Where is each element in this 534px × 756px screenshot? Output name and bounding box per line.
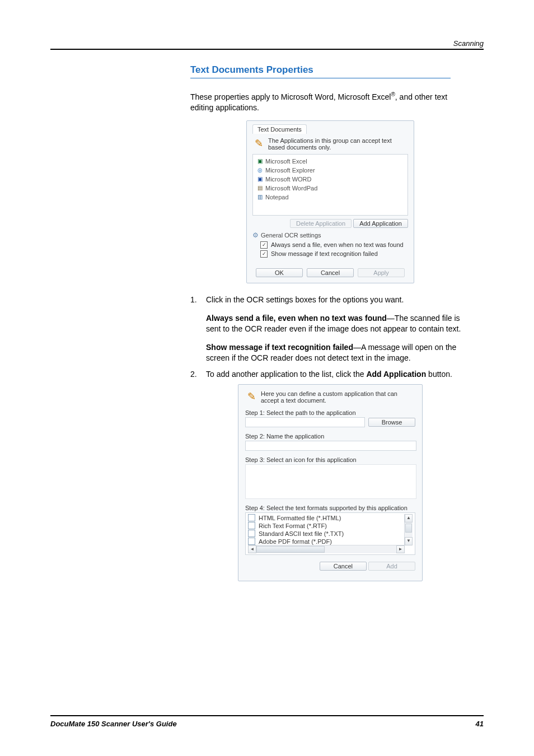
- horizontal-scrollbar[interactable]: ◄ ►: [248, 545, 405, 553]
- reg-mark: ®: [391, 91, 395, 97]
- step2-bold: Add Application: [366, 370, 426, 379]
- step-number-2: 2.: [190, 369, 206, 380]
- list-item: ▣Microsoft WORD: [256, 175, 404, 184]
- section-title: Text Documents Properties: [190, 64, 470, 76]
- step3-label: Step 3: Select an icon for this applicat…: [245, 456, 415, 463]
- scroll-thumb[interactable]: [405, 524, 412, 533]
- scroll-left-icon[interactable]: ◄: [248, 545, 256, 553]
- step2-label: Step 2: Name the application: [245, 433, 415, 440]
- ie-icon: ◎: [256, 167, 263, 174]
- format-checkbox[interactable]: [248, 530, 255, 537]
- notepad-icon: ▥: [256, 194, 263, 200]
- page-number: 41: [476, 720, 484, 728]
- option-show-message-bold: Show message if text recognition failed: [206, 343, 353, 352]
- ocr-group-label: General OCR settings: [261, 232, 321, 239]
- vertical-scrollbar[interactable]: ▲ ▼: [404, 514, 413, 545]
- format-label: Adobe PDF format (*.PDF): [259, 538, 332, 545]
- checkbox-always-send[interactable]: ✓: [260, 241, 268, 249]
- hscroll-thumb[interactable]: [256, 546, 325, 553]
- dialog2-info-text: Here you can define a custom application…: [261, 390, 415, 404]
- list-item: ▥Notepad: [256, 193, 404, 202]
- step-number-1: 1.: [190, 295, 206, 305]
- apply-button[interactable]: Apply: [358, 268, 405, 277]
- format-checkbox[interactable]: [248, 514, 255, 521]
- format-checkbox[interactable]: [248, 538, 255, 545]
- option-show-message: Show message if text recognition failed—…: [206, 342, 470, 363]
- text-documents-dialog: Text Documents ✎ The Applications in thi…: [246, 120, 414, 283]
- format-row: Adobe PDF format (*.PDF): [248, 538, 405, 545]
- format-checkbox[interactable]: [248, 522, 255, 529]
- cancel-button[interactable]: Cancel: [307, 268, 354, 277]
- step-text-2: To add another application to the list, …: [206, 369, 470, 380]
- info-icon: ✎: [245, 390, 257, 403]
- option-always-send: Always send a file, even when no text wa…: [206, 313, 470, 334]
- wordpad-icon: ▤: [256, 185, 263, 192]
- list-item-label: Microsoft Excel: [265, 157, 307, 166]
- format-label: Standard ASCII text file (*.TXT): [259, 530, 344, 538]
- ok-button[interactable]: OK: [256, 268, 303, 277]
- format-label: Rich Text Format (*.RTF): [259, 522, 327, 530]
- list-item-label: Microsoft Explorer: [265, 166, 315, 175]
- list-item-label: Microsoft WordPad: [265, 184, 317, 193]
- checkbox-label: Always send a file, even when no text wa…: [271, 240, 404, 249]
- footer-title: DocuMate 150 Scanner User's Guide: [50, 720, 177, 728]
- option-always-send-bold: Always send a file, even when no text wa…: [206, 314, 387, 323]
- page-footer: DocuMate 150 Scanner User's Guide 41: [50, 715, 484, 728]
- delete-application-button[interactable]: Delete Application: [290, 219, 352, 228]
- tab-strip: Text Documents: [252, 124, 408, 134]
- word-icon: ▣: [256, 176, 263, 183]
- add-application-dialog: ✎ Here you can define a custom applicati…: [238, 384, 423, 581]
- format-row: HTML Formatted file (*.HTML): [248, 514, 405, 522]
- checkbox-show-message[interactable]: ✓: [260, 250, 268, 258]
- section-intro: These properties apply to Microsoft Word…: [190, 91, 470, 113]
- checkbox-label: Show message if text recognition failed: [271, 249, 378, 258]
- gear-icon: ⚙: [252, 231, 259, 239]
- intro-text-pre: These properties apply to Microsoft Word…: [190, 92, 391, 101]
- list-item: ▤Microsoft WordPad: [256, 184, 404, 193]
- browse-button[interactable]: Browse: [368, 418, 415, 427]
- step-text-1: Click in the OCR settings boxes for the …: [206, 295, 470, 305]
- ocr-settings-group: ⚙ General OCR settings: [252, 231, 408, 239]
- tab-text-documents[interactable]: Text Documents: [252, 124, 307, 134]
- add-button[interactable]: Add: [368, 562, 415, 571]
- cancel-button[interactable]: Cancel: [320, 562, 367, 571]
- add-application-button[interactable]: Add Application: [353, 219, 408, 228]
- step4-label: Step 4: Select the text formats supporte…: [245, 505, 415, 511]
- format-row: Standard ASCII text file (*.TXT): [248, 530, 405, 538]
- formats-listbox[interactable]: HTML Formatted file (*.HTML) Rich Text F…: [245, 512, 415, 555]
- icon-select-area[interactable]: [245, 464, 416, 499]
- running-header: Scanning: [50, 39, 484, 48]
- excel-icon: ▣: [256, 158, 263, 165]
- footer-rule: [50, 715, 484, 716]
- applications-listbox[interactable]: ▣Microsoft Excel ◎Microsoft Explorer ▣Mi…: [252, 154, 408, 216]
- application-path-input[interactable]: [245, 417, 365, 427]
- scroll-up-icon[interactable]: ▲: [405, 514, 413, 522]
- section-rule: [190, 78, 451, 78]
- application-name-input[interactable]: [245, 441, 416, 451]
- list-item-label: Notepad: [265, 193, 289, 202]
- step2-post: button.: [426, 370, 452, 379]
- step2-pre: To add another application to the list, …: [206, 370, 366, 379]
- format-label: HTML Formatted file (*.HTML): [259, 514, 341, 522]
- format-row: Rich Text Format (*.RTF): [248, 522, 405, 530]
- list-item-label: Microsoft WORD: [265, 175, 312, 184]
- scroll-right-icon[interactable]: ►: [396, 545, 405, 553]
- header-rule: [50, 49, 484, 50]
- info-icon: ✎: [252, 137, 265, 150]
- scroll-down-icon[interactable]: ▼: [405, 537, 413, 545]
- list-item: ◎Microsoft Explorer: [256, 166, 404, 175]
- dialog1-info-text: The Applications in this group can accep…: [268, 137, 408, 151]
- step1-label: Step 1: Select the path to the applicati…: [245, 409, 415, 416]
- list-item: ▣Microsoft Excel: [256, 157, 404, 166]
